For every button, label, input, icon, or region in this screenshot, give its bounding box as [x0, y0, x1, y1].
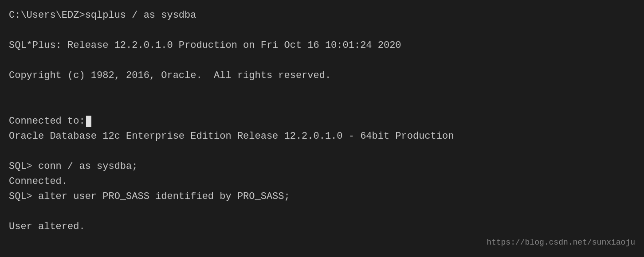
blank-line-3 — [9, 83, 635, 98]
command-line: C:\Users\EDZ>sqlplus / as sysdba — [9, 8, 635, 23]
blank-line-2 — [9, 53, 635, 68]
watermark-url: https://blog.csdn.net/sunxiaoju — [487, 237, 635, 249]
alter-cmd-line: SQL> alter user PRO_SASS identified by P… — [9, 189, 635, 204]
cursor — [86, 116, 91, 126]
blank-line-6 — [9, 204, 635, 219]
terminal-window[interactable]: C:\Users\EDZ>sqlplus / as sysdba SQL*Plu… — [0, 0, 644, 257]
blank-line-4 — [9, 99, 635, 114]
copyright-line: Copyright (c) 1982, 2016, Oracle. All ri… — [9, 68, 635, 83]
blank-line-5 — [9, 144, 635, 159]
blank-line-1 — [9, 23, 635, 38]
connected-dot-line: Connected. — [9, 174, 635, 189]
oracle-db-line: Oracle Database 12c Enterprise Edition R… — [9, 129, 635, 144]
user-altered-line: User altered. — [9, 219, 635, 234]
sqlplus-version-line: SQL*Plus: Release 12.2.0.1.0 Production … — [9, 38, 635, 53]
connected-to-line: Connected to: — [9, 114, 635, 129]
conn-cmd-line: SQL> conn / as sysdba; — [9, 159, 635, 174]
